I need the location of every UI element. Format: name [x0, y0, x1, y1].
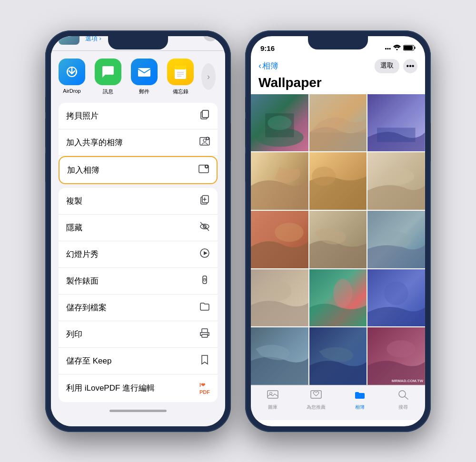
battery-icon-2: [403, 45, 416, 52]
library-icon: [267, 389, 278, 403]
action-list: 拷貝照片 加入共享的相簿 加入相簿: [59, 103, 218, 184]
save-keep-item[interactable]: 儲存至 Keep: [59, 348, 218, 374]
signal-icon-2: ▪▪▪: [385, 45, 391, 52]
tab-albums[interactable]: 相簿: [338, 389, 382, 411]
home-indicator: [51, 406, 225, 412]
search-icon: [397, 389, 409, 403]
photo-cell-8[interactable]: [309, 211, 367, 268]
photo-cell-13[interactable]: [251, 327, 308, 385]
svg-point-70: [399, 391, 406, 397]
tab-search[interactable]: 搜尋: [382, 389, 426, 411]
ilovepdf-item[interactable]: 利用 iLovePDF 進行編輯 I❤PDF: [59, 374, 218, 402]
photo-cell-5[interactable]: [309, 152, 367, 210]
save-files-item[interactable]: 儲存到檔案: [59, 295, 218, 321]
for-you-icon: [310, 389, 322, 403]
mail-label: 郵件: [139, 88, 149, 95]
add-shared-album-item[interactable]: 加入共享的相簿: [59, 129, 218, 156]
svg-point-68: [269, 392, 272, 394]
phone1-screen: 9:16 ▪▪▪ 已選取 15 張照片: [51, 36, 225, 426]
more-button[interactable]: •••: [403, 59, 417, 73]
for-you-label: 為您推薦: [307, 404, 326, 411]
tab-for-you[interactable]: 為您推薦: [295, 389, 338, 411]
messages-icon: [95, 59, 121, 85]
airdrop-label: AirDrop: [63, 88, 80, 94]
photo-cell-14[interactable]: [309, 327, 367, 385]
photo-cell-1[interactable]: [251, 94, 308, 152]
svg-point-14: [203, 139, 206, 142]
svg-marker-30: [204, 251, 208, 255]
photo-cell-10[interactable]: [251, 269, 308, 327]
svg-point-62: [385, 281, 408, 305]
photo-cell-11[interactable]: [309, 269, 367, 327]
photo-cell-3[interactable]: [367, 94, 425, 152]
tab-library[interactable]: 圖庫: [251, 389, 295, 411]
copy-photos-item[interactable]: 拷貝照片: [59, 103, 218, 129]
add-album-item-highlighted[interactable]: 加入相簿: [59, 156, 218, 184]
share-sheet: 已選取 15 張照片 選項 › ✕: [51, 36, 225, 426]
tab-bar: 圖庫 為您推薦 相簿 搜尋: [251, 385, 425, 420]
airdrop-share-item[interactable]: AirDrop: [55, 59, 89, 95]
notch: [108, 36, 168, 49]
notes-share-item[interactable]: 備忘錄: [163, 59, 198, 95]
silent-switch-2: [245, 97, 246, 112]
svg-rect-35: [202, 334, 208, 337]
volume-down-btn: [45, 153, 46, 182]
print-item[interactable]: 列印: [59, 321, 218, 348]
album-title-area: Wallpaper: [251, 75, 425, 94]
photo-cell-6[interactable]: [367, 152, 425, 210]
duplicate-item[interactable]: 複製: [59, 188, 218, 215]
app-share-row: AirDrop 訊息: [51, 51, 225, 103]
svg-point-58: [258, 280, 291, 301]
svg-rect-69: [311, 391, 321, 398]
albums-label: 相簿: [355, 404, 365, 411]
silent-switch: [45, 97, 46, 112]
svg-point-66: [387, 340, 416, 357]
svg-rect-36: [202, 329, 208, 333]
more-actions-list: 複製 隱藏 幻燈片秀: [59, 188, 218, 402]
nav-right-actions: 選取 •••: [375, 59, 417, 73]
volume-up-btn: [45, 118, 46, 147]
photo-cell-2[interactable]: [309, 94, 367, 152]
photo-cell-15[interactable]: MRMAD.COM.TW: [367, 327, 425, 385]
svg-rect-41: [415, 47, 416, 49]
photo-cell-4[interactable]: [251, 152, 308, 210]
watch-face-item[interactable]: 製作錶面: [59, 268, 218, 295]
status-icons-2: ▪▪▪: [385, 45, 416, 52]
power-btn-2: [430, 123, 431, 161]
airdrop-icon: [59, 59, 85, 85]
phone-2: 9:16 ▪▪▪ ‹ 相簿 選取 •••: [245, 30, 431, 432]
select-button[interactable]: 選取: [375, 59, 399, 73]
svg-rect-12: [202, 110, 208, 118]
photo-cell-7[interactable]: [251, 211, 308, 268]
svg-line-28: [200, 222, 209, 231]
back-button[interactable]: ‹ 相簿: [258, 60, 278, 71]
albums-icon: [354, 389, 366, 403]
more-apps-indicator: ›: [201, 59, 216, 95]
library-label: 圖庫: [268, 404, 278, 411]
messages-label: 訊息: [103, 88, 113, 95]
notch-2: [308, 36, 368, 49]
photo-cell-12[interactable]: [367, 269, 425, 327]
messages-share-item[interactable]: 訊息: [91, 59, 125, 95]
svg-rect-67: [268, 391, 278, 398]
photo-cell-9[interactable]: [367, 211, 425, 268]
mail-icon: [131, 59, 158, 85]
hide-item[interactable]: 隱藏: [59, 215, 218, 241]
status-time-2: 9:16: [260, 44, 275, 52]
notes-label: 備忘錄: [173, 88, 188, 95]
add-album-inner[interactable]: 加入相簿: [60, 157, 217, 183]
svg-point-54: [275, 223, 303, 242]
svg-rect-48: [377, 128, 415, 142]
svg-point-45: [268, 116, 291, 130]
phone2-screen: 9:16 ▪▪▪ ‹ 相簿 選取 •••: [251, 36, 425, 426]
svg-point-60: [333, 279, 352, 307]
photos-nav-bar: ‹ 相簿 選取 •••: [251, 57, 425, 75]
mail-share-item[interactable]: 郵件: [127, 59, 161, 95]
svg-line-71: [405, 396, 408, 399]
watermark: MRMAD.COM.TW: [392, 379, 423, 383]
svg-rect-6: [175, 66, 186, 69]
slideshow-item[interactable]: 幻燈片秀: [59, 241, 218, 268]
phone-1: 9:16 ▪▪▪ 已選取 15 張照片: [45, 30, 231, 432]
svg-point-51: [312, 167, 336, 186]
share-close-button[interactable]: ✕: [203, 36, 218, 41]
